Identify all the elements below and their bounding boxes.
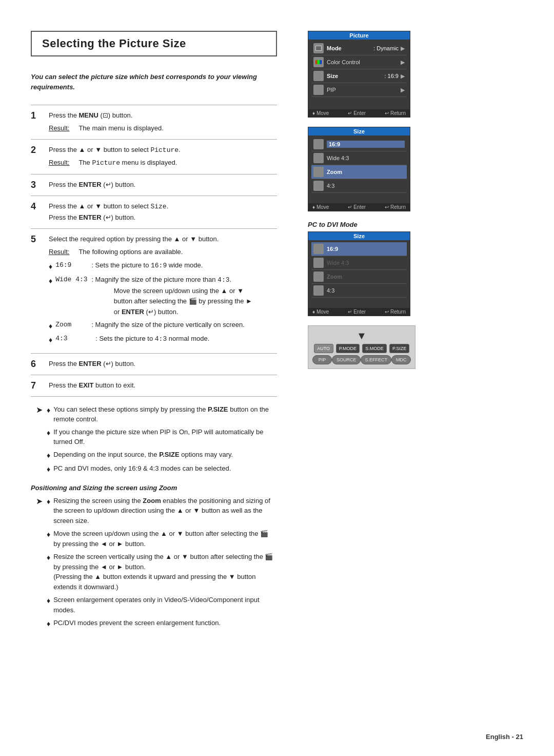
title-box: Selecting the Picture Size (31, 31, 277, 56)
footer-return: ↩ Return (385, 309, 406, 315)
option-desc: : Magnify the size of the picture vertic… (91, 320, 244, 331)
step-instruction: Press the ▲ or ▼ button to select Pictur… (49, 146, 181, 153)
bullet-icon: ♦ (49, 275, 52, 286)
result-label: Result: (49, 158, 77, 169)
page-footer: English - 21 (486, 733, 523, 741)
pos-note: Screen enlargement operates only in Vide… (53, 595, 277, 615)
footer-move: ♦ Move (312, 110, 329, 116)
step-instruction: Press the ▲ or ▼ button to select Size. … (49, 202, 168, 221)
sub-bullets: ♦ 16:9 : Sets the picture to 16:9 wide m… (49, 260, 277, 345)
list-item: ♦ 16:9 : Sets the picture to 16:9 wide m… (49, 260, 277, 272)
table-row: 1 Press the MENU (⊡) button. Result: The… (31, 105, 277, 140)
remote-btn-source: SOURCE (332, 355, 361, 364)
remote-down-arrow: ▼ (312, 330, 411, 342)
ui-body-size2: 16:9 Wide 4:3 Zoom 4:3 (308, 240, 410, 308)
ui-title-size2: Size (308, 232, 410, 240)
size-menu-ui-1: Size 16:9 Wide 4:3 Zoom 4:3 (308, 127, 410, 211)
intro-text: You can select the picture size which be… (31, 72, 277, 92)
step-number: 3 (31, 175, 46, 196)
ui-footer-size2: ♦ Move ↵ Enter ↩ Return (308, 308, 410, 316)
step-number: 4 (31, 196, 46, 229)
remote-btn-auto: AUTO (314, 344, 333, 353)
pc-dvi-label: PC to DVI Mode (308, 221, 503, 228)
right-column: Picture Mode : Dynamic ▶ Color Control (298, 21, 523, 735)
bullet-icon: ♦ (47, 464, 50, 475)
table-row: 4 Press the ▲ or ▼ button to select Size… (31, 196, 277, 229)
note-text: You can select these options simply by p… (53, 404, 277, 424)
step-instruction: Press the EXIT button to exit. (49, 381, 135, 389)
picture-menu-ui: Picture Mode : Dynamic ▶ Color Control (308, 31, 410, 118)
result-text: The main menu is displayed. (77, 123, 164, 134)
remote-control: ▼ AUTO P.MODE S.MODE P.SIZE PIP SOURCE S… (308, 325, 416, 369)
table-row: 7 Press the EXIT button to exit. (31, 375, 277, 396)
note-text: PC and DVI modes, only 16:9 & 4:3 modes … (53, 463, 231, 474)
footer-move: ♦ Move (312, 204, 329, 210)
ui-title-size: Size (308, 127, 410, 135)
option-label: Zoom (55, 320, 91, 331)
option-label: 4:3 (55, 334, 95, 344)
footer-text: English - 21 (486, 733, 523, 741)
pos-note: Resizing the screen using the Zoom enabl… (53, 496, 277, 526)
pos-note: PC/DVI modes prevent the screen enlargem… (53, 618, 221, 628)
step-number: 6 (31, 353, 46, 375)
bullet-icon: ♦ (49, 320, 52, 332)
result-label: Result: (49, 123, 77, 134)
remote-btn-smode: S.MODE (362, 344, 387, 353)
list-item: ♦ Wide 4:3 : Magnify the size of the pic… (49, 275, 277, 318)
option-desc: : Sets the picture to 4:3 normal mode. (95, 334, 209, 345)
bullet-icon: ♦ (47, 552, 50, 563)
note-row: ➤ ♦ You can select these options simply … (36, 404, 277, 475)
remote-btn-pmode: P.MODE (336, 344, 360, 353)
page-title: Selecting the Picture Size (42, 37, 266, 50)
positioning-section: Positioning and Sizing the screen using … (31, 484, 277, 630)
arrow-icon: ➤ (36, 495, 43, 508)
pos-row: ➤ ♦ Resizing the screen using the Zoom e… (36, 496, 277, 630)
footer-return: ↩ Return (385, 204, 406, 210)
footer-return: ↩ Return (385, 110, 406, 116)
step-number: 7 (31, 375, 46, 396)
positioning-rows: ➤ ♦ Resizing the screen using the Zoom e… (31, 496, 277, 630)
option-label: 16:9 (55, 260, 91, 271)
step-instruction: Press the ENTER (↵) button. (49, 181, 135, 188)
remote-btn-mdc: MDC (391, 355, 411, 364)
ui-body-size: 16:9 Wide 4:3 Zoom 4:3 (308, 135, 410, 203)
bullet-icon: ♦ (47, 618, 50, 629)
bullet-icon: ♦ (47, 405, 50, 416)
bullet-icon: ♦ (47, 428, 50, 438)
option-label: Wide 4:3 (55, 275, 91, 285)
pos-note: Move the screen up/down using the ▲ or ▼… (53, 529, 277, 549)
step-instruction: Press the MENU (⊡) button. (49, 111, 132, 119)
step-number: 1 (31, 105, 46, 140)
bullet-icon: ♦ (47, 529, 50, 540)
list-item: ♦ 4:3 : Sets the picture to 4:3 normal m… (49, 334, 277, 345)
list-item: ♦ Zoom : Magnify the size of the picture… (49, 320, 277, 332)
result-text: The following options are available. (77, 247, 183, 258)
table-row: 6 Press the ENTER (↵) button. (31, 353, 277, 375)
bullet-icon: ♦ (49, 334, 52, 345)
footer-enter: ↵ Enter (348, 204, 366, 210)
remote-buttons-row2: PIP SOURCE S.EFFECT MDC (312, 355, 411, 364)
table-row: 3 Press the ENTER (↵) button. (31, 175, 277, 196)
table-row: 5 Select the required option by pressing… (31, 228, 277, 353)
bullet-icon: ♦ (49, 261, 52, 272)
note-text: Depending on the input source, the P.SIZ… (53, 450, 233, 460)
step-instruction: Select the required option by pressing t… (49, 235, 219, 243)
notes-section: ➤ ♦ You can select these options simply … (31, 404, 277, 475)
step-number: 2 (31, 139, 46, 175)
note-text: If you change the picture size when PIP … (53, 427, 277, 447)
ui-footer-size1: ♦ Move ↵ Enter ↩ Return (308, 203, 410, 211)
positioning-title: Positioning and Sizing the screen using … (31, 484, 277, 492)
remote-btn-pip: PIP (312, 355, 332, 364)
step-instruction: Press the ENTER (↵) button. (49, 360, 135, 367)
footer-enter: ↵ Enter (348, 309, 366, 315)
remote-buttons-row1: AUTO P.MODE S.MODE P.SIZE (312, 344, 411, 353)
ui-body-picture: Mode : Dynamic ▶ Color Control ▶ Size : … (308, 40, 410, 109)
option-desc: : Magnify the size of the picture more t… (91, 275, 252, 318)
result-text: The Picture menu is displayed. (77, 158, 177, 169)
pos-note: Resize the screen vertically using the ▲… (53, 552, 277, 592)
arrow-icon: ➤ (36, 404, 43, 416)
table-row: 2 Press the ▲ or ▼ button to select Pict… (31, 139, 277, 175)
ui-title-picture: Picture (308, 31, 410, 40)
option-desc: : Sets the picture to 16:9 wide mode. (91, 260, 203, 272)
ui-footer-picture: ♦ Move ↵ Enter ↩ Return (308, 109, 410, 117)
